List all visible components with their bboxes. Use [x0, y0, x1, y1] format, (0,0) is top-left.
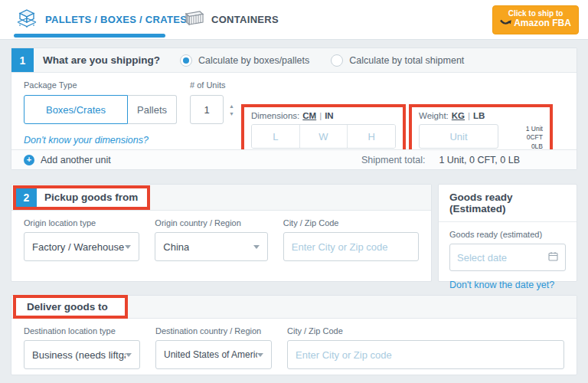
chevron-down-icon	[257, 353, 263, 357]
unit-summary-cft: 0CFT	[526, 133, 543, 142]
origin-location-type-value: Factory / Warehouse	[32, 241, 124, 253]
origin-city-label: City / Zip Code	[283, 218, 419, 228]
deliver-title: Deliver goods to	[27, 301, 108, 313]
section-what-are-you-shipping: 1 What are you shipping? Calculate by bo…	[11, 47, 577, 170]
destination-city-input[interactable]	[287, 340, 564, 369]
container-icon	[180, 9, 204, 31]
destination-location-type-select[interactable]: Business (needs liftgate)	[24, 340, 140, 369]
panel-goods-ready: Goods ready (Estimated) Goods ready (est…	[438, 184, 577, 282]
pickup-title: Pickup goods from	[44, 192, 138, 203]
package-type-boxes-crates-button[interactable]: Boxes/Crates	[24, 95, 128, 124]
amazon-smile-arrow-icon	[500, 18, 511, 28]
goods-ready-field-label: Goods ready (estimated)	[449, 230, 566, 239]
origin-country-label: Origin country / Region	[155, 218, 267, 228]
section-pickup-goods-from: 2 Pickup goods from Origin location type…	[11, 184, 432, 282]
shipment-total-value: 1 Unit, 0 CFT, 0 LB	[439, 155, 520, 165]
add-unit-plus-icon[interactable]: +	[24, 155, 34, 165]
destination-location-type-label: Destination location type	[24, 326, 140, 336]
package-type-toggle: Boxes/Crates Pallets	[24, 95, 177, 124]
calendar-icon	[548, 250, 558, 264]
pickup-annotation-box: 2 Pickup goods from	[13, 185, 150, 210]
radio-selected-icon[interactable]	[180, 54, 192, 67]
dimensions-unit-in[interactable]: IN	[325, 111, 334, 120]
dimensions-unit-separator: |	[319, 111, 322, 120]
origin-location-type-select[interactable]: Factory / Warehouse	[24, 232, 139, 261]
origin-city-input[interactable]	[283, 232, 419, 261]
height-input[interactable]	[347, 125, 395, 148]
width-input[interactable]	[299, 125, 348, 148]
origin-location-type-label: Origin location type	[24, 218, 139, 228]
dimensions-label: Dimensions:	[251, 111, 299, 120]
goods-ready-title: Goods ready (Estimated)	[439, 185, 577, 222]
dont-know-dimensions-link[interactable]: Don't know your dimensions?	[24, 135, 177, 146]
chevron-down-icon	[125, 245, 131, 249]
chevron-down-icon	[253, 245, 260, 249]
unit-summary-units: 1 Unit	[526, 125, 543, 133]
radio-by-boxes-label: Calculate by boxes/pallets	[198, 55, 309, 66]
radio-by-total-label: Calculate by total shipment	[349, 55, 464, 66]
fba-button-line2: Amazon FBA	[514, 18, 571, 28]
chevron-down-icon	[126, 353, 132, 357]
origin-country-value: China	[163, 241, 189, 253]
stepper-down-icon[interactable]: ▼	[229, 111, 234, 116]
dimensions-unit-cm[interactable]: CM	[302, 111, 316, 120]
weight-unit-kg[interactable]: KG	[452, 111, 465, 120]
destination-city-label: City / Zip Code	[287, 326, 564, 336]
origin-country-select[interactable]: China	[155, 232, 267, 261]
dimensions-inputs	[251, 124, 396, 149]
units-value[interactable]: 1	[190, 95, 224, 124]
unit-summary: 1 Unit 0CFT 0LB	[526, 124, 543, 151]
stepper-up-icon[interactable]: ▲	[229, 103, 234, 109]
radio-calculate-by-boxes[interactable]: Calculate by boxes/pallets	[180, 54, 309, 67]
goods-ready-date-placeholder: Select date	[457, 252, 507, 264]
destination-country-select[interactable]: United States of America	[155, 340, 272, 369]
length-input[interactable]	[252, 125, 299, 148]
units-stepper: 1 ▲ ▼	[190, 95, 234, 124]
destination-country-label: Destination country / Region	[155, 326, 272, 336]
goods-ready-date-picker[interactable]: Select date	[449, 244, 566, 271]
weight-label: Weight:	[419, 111, 449, 120]
tab-pallets-label: PALLETS / BOXES / CRATES	[45, 14, 187, 25]
weight-unit-separator: |	[468, 111, 470, 120]
fba-button-line1: Click to ship to	[493, 9, 578, 18]
package-type-pallets-button[interactable]: Pallets	[128, 95, 177, 124]
weight-input[interactable]	[419, 124, 498, 149]
section1-number-badge: 1	[11, 48, 34, 72]
radio-unselected-icon[interactable]	[331, 54, 343, 67]
tab-containers[interactable]: CONTAINERS	[180, 0, 279, 39]
radio-calculate-by-total[interactable]: Calculate by total shipment	[331, 54, 464, 67]
destination-country-value: United States of America	[164, 349, 257, 360]
section-deliver-goods-to: Deliver goods to Destination location ty…	[11, 295, 577, 375]
deliver-annotation-box: Deliver goods to	[13, 295, 128, 319]
amazon-fba-button[interactable]: Click to ship to Amazon FBA	[492, 5, 579, 34]
destination-location-type-value: Business (needs liftgate)	[32, 349, 126, 361]
shipment-total-label: Shipment total:	[361, 155, 425, 165]
weight-unit-lb[interactable]: LB	[473, 111, 485, 120]
package-type-label: Package Type	[24, 80, 177, 90]
dont-know-date-link[interactable]: Don't know the date yet?	[449, 280, 566, 290]
tab-containers-label: CONTAINERS	[211, 14, 279, 25]
add-another-unit-link[interactable]: Add another unit	[41, 155, 111, 165]
section2-number-badge: 2	[16, 188, 37, 207]
active-tab-underline	[14, 34, 165, 38]
top-tab-bar: PALLETS / BOXES / CRATES CONTAINERS Clic…	[0, 0, 588, 40]
pallet-icon	[15, 8, 38, 31]
section1-title: What are you shipping?	[43, 54, 160, 66]
units-label: # of Units	[190, 80, 234, 90]
